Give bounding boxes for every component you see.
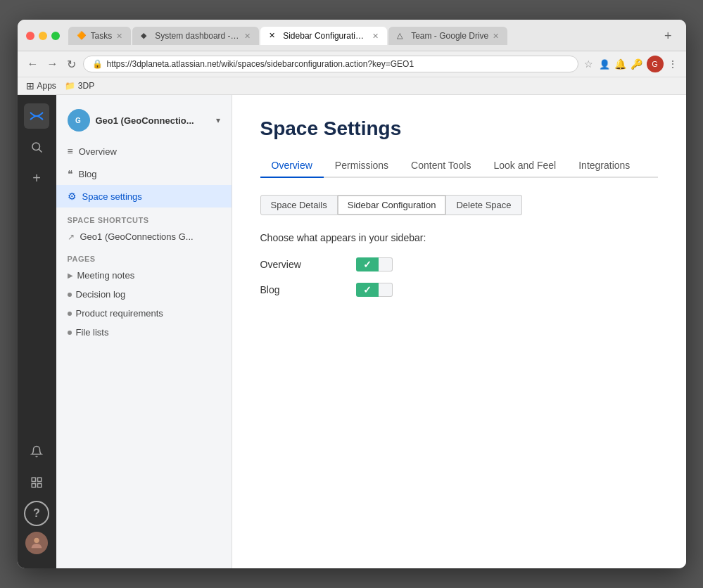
- pages-section-title: PAGES: [56, 246, 232, 266]
- tab-close-tasks[interactable]: ✕: [116, 32, 122, 41]
- svg-point-0: [32, 143, 40, 151]
- more-menu-icon[interactable]: ⋮: [668, 58, 678, 70]
- tab-label-confluence: Sidebar Configuration -: [283, 31, 368, 41]
- left-nav: + ?: [18, 95, 56, 568]
- tab-look-and-feel[interactable]: Look and Feel: [482, 154, 567, 178]
- sidebar-item-overview-label: Overview: [79, 146, 117, 157]
- page-item-meeting-notes-label: Meeting notes: [77, 270, 135, 281]
- page-item-decision-log-label: Decision log: [76, 289, 126, 300]
- sub-tab-space-details[interactable]: Space Details: [260, 195, 338, 215]
- sidebar-item-blog[interactable]: ❝ Blog: [56, 162, 232, 185]
- external-link-icon: ↗: [68, 232, 75, 242]
- sidebar-config-description: Choose what appears in your sidebar:: [260, 232, 658, 243]
- tab-favicon-drive: △: [397, 31, 407, 41]
- svg-line-1: [39, 149, 42, 152]
- page-item-decision-log[interactable]: Decision log: [56, 285, 232, 304]
- 3dp-bookmark[interactable]: 📁 3DP: [65, 81, 94, 91]
- user-avatar[interactable]: G: [647, 56, 664, 72]
- svg-point-6: [34, 538, 39, 543]
- svg-text:G: G: [75, 117, 81, 124]
- sidebar: G Geo1 (GeoConnectio... ▾ ≡ Overview ❝ B…: [56, 95, 232, 568]
- page-item-meeting-notes[interactable]: ▶ Meeting notes: [56, 266, 232, 285]
- notifications-nav-button[interactable]: [24, 439, 49, 464]
- apps-nav-button[interactable]: [24, 470, 49, 495]
- sidebar-chevron-icon[interactable]: ▾: [216, 115, 220, 125]
- bookmark-icon[interactable]: ☆: [584, 58, 593, 70]
- extension-icon[interactable]: 🔑: [631, 58, 642, 70]
- file-lists-bullet: [68, 331, 72, 335]
- settings-icon: ⚙: [68, 191, 77, 202]
- back-button[interactable]: ←: [26, 56, 40, 72]
- minimize-window-button[interactable]: [39, 32, 47, 40]
- sidebar-item-space-settings[interactable]: ⚙ Space settings: [56, 185, 232, 207]
- browser-tab-drive[interactable]: △ Team - Google Drive ✕: [388, 27, 507, 45]
- main-area: Space Settings Overview Permissions Cont…: [232, 95, 686, 568]
- title-bar: 🔶 Tasks ✕◆ System dashboard - Jira ✕✕ Si…: [18, 20, 686, 51]
- page-item-product-requirements[interactable]: Product requirements: [56, 304, 232, 323]
- overview-toggle-off: [379, 257, 393, 271]
- help-nav-button[interactable]: ?: [24, 501, 49, 526]
- traffic-lights: [26, 32, 60, 40]
- meeting-notes-chevron-icon: ▶: [68, 271, 73, 279]
- tab-permissions[interactable]: Permissions: [324, 154, 400, 178]
- apps-label: Apps: [37, 81, 56, 91]
- profile-icon[interactable]: 👤: [599, 59, 610, 70]
- sidebar-header: G Geo1 (GeoConnectio... ▾: [56, 103, 232, 140]
- notifications-icon[interactable]: 🔔: [614, 58, 626, 70]
- tab-favicon-jira: ◆: [141, 31, 151, 41]
- nav-bottom: ?: [24, 433, 49, 560]
- blog-toggle-switch[interactable]: ✓: [356, 283, 393, 297]
- page-title: Space Settings: [260, 117, 658, 140]
- tab-close-confluence[interactable]: ✕: [372, 32, 379, 41]
- tab-overview[interactable]: Overview: [260, 154, 324, 178]
- sidebar-item-overview[interactable]: ≡ Overview: [56, 140, 232, 162]
- sidebar-shortcut-geo1[interactable]: ↗ Geo1 (GeoConnections G...: [56, 227, 232, 246]
- browser-tab-jira[interactable]: ◆ System dashboard - Jira ✕: [132, 27, 259, 45]
- sidebar-item-blog-label: Blog: [79, 169, 97, 179]
- browser-tab-tasks[interactable]: 🔶 Tasks ✕: [68, 27, 132, 45]
- product-requirements-bullet: [68, 312, 72, 316]
- folder-icon: 📁: [65, 81, 75, 91]
- browser-tab-confluence[interactable]: ✕ Sidebar Configuration - ✕: [260, 27, 387, 45]
- tab-close-jira[interactable]: ✕: [244, 32, 251, 41]
- maximize-window-button[interactable]: [51, 32, 60, 40]
- browser-actions: 👤 🔔 🔑 G ⋮: [599, 56, 678, 72]
- sidebar-item-settings-label: Space settings: [82, 191, 142, 202]
- sub-tab-delete-space[interactable]: Delete Space: [446, 195, 521, 215]
- space-name: Geo1 (GeoConnectio...: [96, 115, 210, 126]
- forward-button[interactable]: →: [46, 56, 60, 72]
- decision-log-bullet: [68, 293, 72, 297]
- shortcuts-section-title: SPACE SHORTCUTS: [56, 207, 232, 227]
- search-nav-button[interactable]: [24, 134, 49, 160]
- page-item-file-lists[interactable]: File lists: [56, 323, 232, 342]
- url-bar[interactable]: 🔒 https://3dplaneta.atlassian.net/wiki/s…: [83, 56, 578, 72]
- browser-tabs-row: 🔶 Tasks ✕◆ System dashboard - Jira ✕✕ Si…: [68, 27, 659, 45]
- tab-favicon-tasks: 🔶: [77, 31, 87, 41]
- 3dp-label: 3DP: [78, 81, 94, 91]
- sub-tab-sidebar-configuration[interactable]: Sidebar Configuration: [338, 195, 447, 215]
- blog-icon: ❝: [68, 168, 73, 179]
- tab-close-drive[interactable]: ✕: [493, 32, 499, 41]
- blog-toggle-off: [379, 283, 393, 297]
- tab-content-tools[interactable]: Content Tools: [400, 154, 482, 178]
- space-avatar: G: [68, 109, 90, 132]
- new-tab-button[interactable]: +: [659, 30, 678, 42]
- create-nav-button[interactable]: +: [24, 165, 49, 191]
- blog-toggle-on: ✓: [356, 283, 379, 297]
- blog-toggle-row: Blog ✓: [260, 283, 658, 297]
- page-item-file-lists-label: File lists: [76, 327, 109, 338]
- close-window-button[interactable]: [26, 32, 34, 40]
- settings-tabs: Overview Permissions Content Tools Look …: [260, 154, 658, 178]
- lock-icon: 🔒: [92, 59, 103, 69]
- shortcut-geo1-label: Geo1 (GeoConnections G...: [80, 231, 194, 242]
- tab-integrations[interactable]: Integrations: [567, 154, 641, 178]
- overview-toggle-switch[interactable]: ✓: [356, 257, 393, 271]
- reload-button[interactable]: ↻: [65, 56, 77, 72]
- apps-bookmark[interactable]: ⊞ Apps: [26, 80, 56, 91]
- overview-toggle-on: ✓: [356, 257, 379, 271]
- bookmarks-bar: ⊞ Apps 📁 3DP: [18, 77, 686, 95]
- apps-grid-icon: ⊞: [26, 80, 34, 91]
- user-avatar-nav[interactable]: [25, 532, 48, 554]
- main-content: + ?: [18, 95, 686, 568]
- confluence-logo-button[interactable]: [24, 103, 49, 129]
